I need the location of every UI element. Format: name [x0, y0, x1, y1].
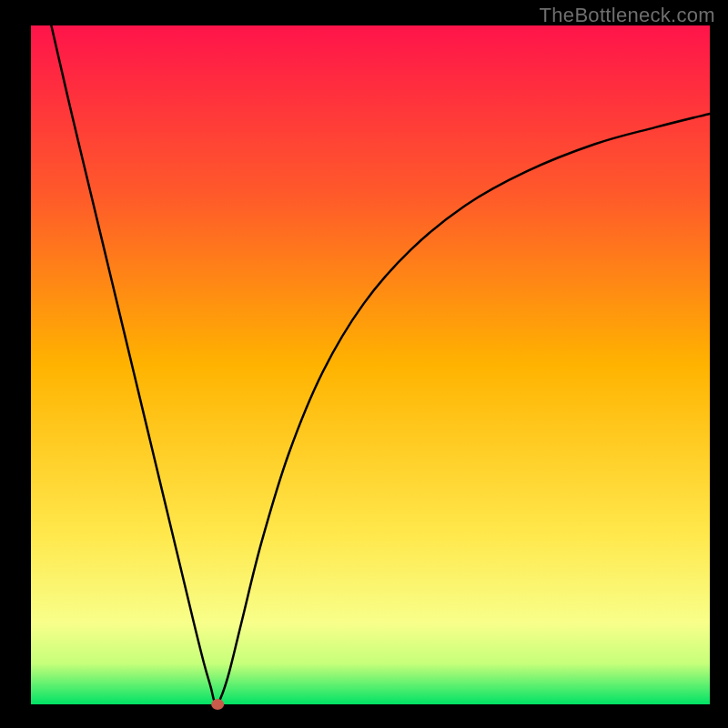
watermark-text: TheBottleneck.com	[540, 4, 715, 27]
chart-svg	[0, 0, 728, 728]
optimum-marker	[211, 699, 224, 710]
chart-frame: TheBottleneck.com	[0, 0, 728, 728]
